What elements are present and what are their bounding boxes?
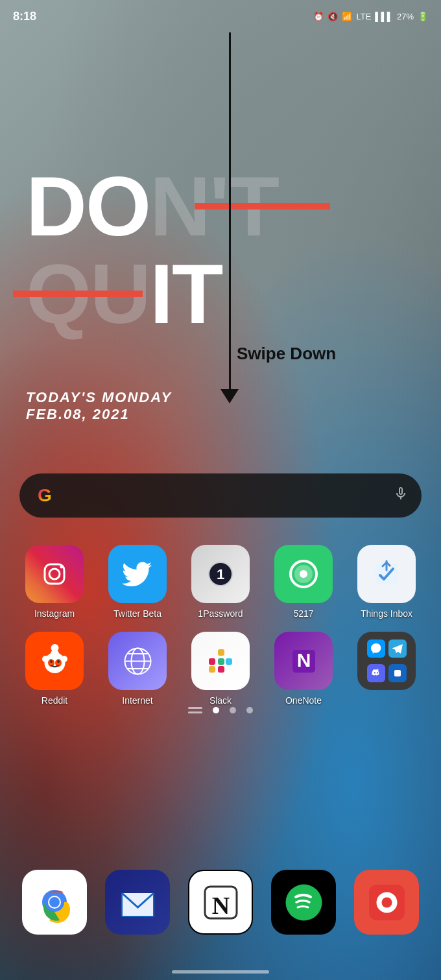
app-internet-label: Internet <box>122 695 152 706</box>
swipe-down-label: Swipe Down <box>237 344 336 364</box>
spotify-icon <box>271 870 336 935</box>
page-dot-3[interactable] <box>246 707 253 713</box>
quit-line: QU IT <box>26 252 222 336</box>
notion-icon: N <box>188 870 253 935</box>
svg-rect-24 <box>209 658 215 665</box>
svg-rect-25 <box>218 649 224 656</box>
svg-rect-32 <box>394 670 401 676</box>
battery-icon: 🔋 <box>418 12 428 21</box>
app-onenote[interactable]: N OneNote <box>268 632 339 706</box>
page-dot-2[interactable] <box>230 707 236 713</box>
app-things-label: Things Inbox <box>361 608 412 619</box>
telegram-mini-icon <box>388 639 407 658</box>
svg-point-7 <box>300 570 307 578</box>
svg-point-2 <box>60 566 64 569</box>
svg-point-12 <box>50 660 53 663</box>
dock-email[interactable] <box>105 870 170 935</box>
google-logo: G <box>32 483 57 508</box>
signal-bars: ▌▌▌ <box>375 12 393 21</box>
extra-mini-icon <box>388 664 407 682</box>
apps-grid: Instagram Twitter Beta 1 1Password <box>0 545 441 719</box>
battery-label: 27% <box>397 12 414 21</box>
red-strikethrough-2 <box>13 291 143 297</box>
dock-screenrec[interactable] <box>354 870 419 935</box>
app-5217[interactable]: 5217 <box>268 545 339 619</box>
alarm-icon: ⏰ <box>313 12 324 21</box>
dock-chrome[interactable] <box>22 870 87 935</box>
twitter-icon <box>108 545 167 603</box>
app-twitter[interactable]: Twitter Beta <box>102 545 173 619</box>
status-icons: ⏰ 🔇 📶 LTE ▌▌▌ 27% 🔋 <box>313 12 428 21</box>
svg-point-17 <box>61 656 67 662</box>
svg-rect-27 <box>226 658 232 665</box>
svg-point-45 <box>285 884 322 920</box>
app-instagram-label: Instagram <box>34 608 75 619</box>
apps-row-2: Reddit Internet <box>13 632 428 706</box>
dock: N <box>13 863 428 941</box>
swipe-arrow <box>220 32 239 403</box>
discord-mini-icon <box>367 664 385 682</box>
svg-point-13 <box>57 660 60 663</box>
svg-rect-26 <box>218 658 224 665</box>
svg-point-36 <box>49 897 60 907</box>
app-1password[interactable]: 1 1Password <box>185 545 256 619</box>
app-twitter-label: Twitter Beta <box>113 608 161 619</box>
svg-point-18 <box>42 656 49 662</box>
status-time: 8:18 <box>13 10 36 23</box>
onenote-icon: N <box>274 632 333 690</box>
status-bar: 8:18 ⏰ 🔇 📶 LTE ▌▌▌ 27% 🔋 <box>0 0 441 32</box>
google-search-bar[interactable]: G <box>19 473 422 518</box>
home-indicator <box>172 970 269 974</box>
svg-text:N: N <box>211 892 229 919</box>
microphone-icon[interactable] <box>393 486 409 505</box>
apps-row-1: Instagram Twitter Beta 1 1Password <box>13 545 428 619</box>
svg-text:N: N <box>296 649 311 671</box>
lte-label: LTE <box>356 12 371 21</box>
svg-point-1 <box>49 569 60 579</box>
google-g-letter: G <box>38 485 52 506</box>
app-instagram[interactable]: Instagram <box>19 545 90 619</box>
svg-rect-29 <box>209 666 215 673</box>
app-reddit-label: Reddit <box>42 695 67 706</box>
wifi-icon: 📶 <box>342 12 352 21</box>
app-folder[interactable] <box>351 632 422 706</box>
internet-icon <box>108 632 167 690</box>
dot-lines-icon <box>188 707 202 713</box>
app-reddit[interactable]: Reddit <box>19 632 90 706</box>
dock-notion[interactable]: N <box>188 870 253 935</box>
mute-icon: 🔇 <box>328 12 338 21</box>
messenger-mini-icon <box>367 639 385 658</box>
do-text: DO <box>26 164 150 248</box>
1password-icon: 1 <box>191 545 250 603</box>
date-section: TODAY'S MONDAY FEB.08, 2021 <box>26 389 172 423</box>
dont-line: DO N'T <box>26 164 278 248</box>
it-text: IT <box>150 252 222 336</box>
svg-point-48 <box>381 897 392 907</box>
date-line1: TODAY'S MONDAY <box>26 389 172 406</box>
app-slack-label: Slack <box>209 695 232 706</box>
app-onenote-label: OneNote <box>285 695 322 706</box>
folder-icon <box>357 632 416 690</box>
things-inbox-icon <box>357 545 416 603</box>
slack-icon <box>191 632 250 690</box>
app-1password-label: 1Password <box>198 608 243 619</box>
app-internet[interactable]: Internet <box>102 632 173 706</box>
5217-icon <box>274 545 333 603</box>
page-dot-1[interactable] <box>213 707 219 713</box>
page-indicators <box>0 707 441 713</box>
instagram-icon <box>25 545 84 603</box>
arrow-head <box>220 389 239 403</box>
svg-text:1: 1 <box>217 566 224 582</box>
svg-rect-28 <box>218 666 224 673</box>
reddit-icon <box>25 632 84 690</box>
email-icon <box>105 870 170 935</box>
app-5217-label: 5217 <box>293 608 313 619</box>
arrow-line <box>229 32 231 389</box>
chrome-icon <box>22 870 87 935</box>
date-line2: FEB.08, 2021 <box>26 406 172 423</box>
app-things-inbox[interactable]: Things Inbox <box>351 545 422 619</box>
screenrec-icon <box>354 870 419 935</box>
red-strikethrough-1 <box>195 203 330 209</box>
app-slack[interactable]: Slack <box>185 632 256 706</box>
dock-spotify[interactable] <box>271 870 336 935</box>
